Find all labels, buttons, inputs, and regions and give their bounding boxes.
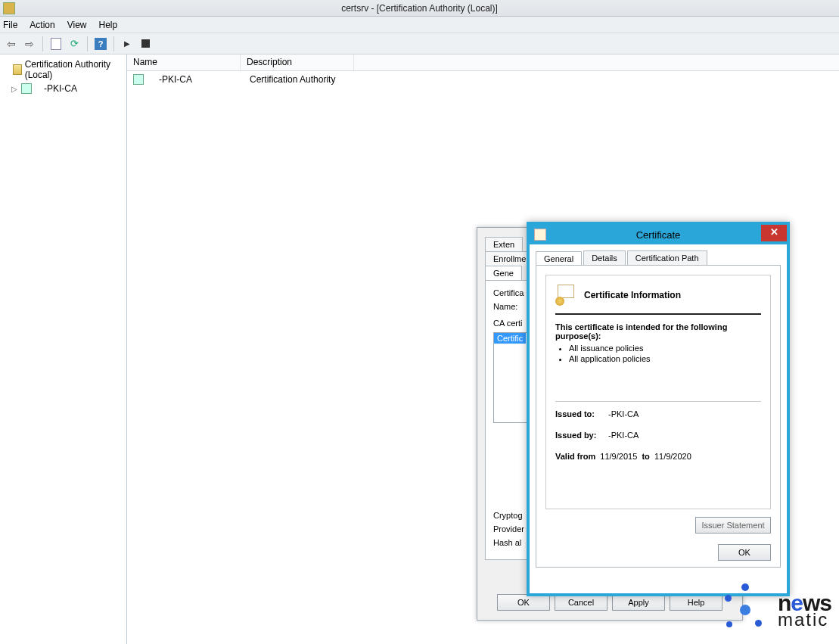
tab-certification-path[interactable]: Certification Path (627, 250, 707, 265)
help-button[interactable]: Help (670, 594, 722, 611)
tab-extensions[interactable]: Exten (485, 237, 523, 251)
certificate-tabs: General Details Certification Path (530, 244, 787, 265)
cell-name: -PKI-CA (150, 74, 250, 85)
start-service-button[interactable] (119, 36, 135, 52)
tab-general[interactable]: General (536, 251, 582, 266)
purpose-list: All issuance policies All application po… (555, 344, 761, 363)
certificate-heading-text: Certificate Information (584, 290, 681, 300)
purpose-heading: This certificate is intended for the fol… (555, 322, 761, 341)
refresh-button[interactable] (66, 36, 82, 52)
tree-child-label: -PKI-CA (44, 83, 77, 94)
issued-to-label: Issued to: (555, 409, 608, 418)
issuer-statement-button[interactable]: Issuer Statement (695, 517, 771, 534)
forward-button[interactable] (21, 36, 38, 52)
tab-details[interactable]: Details (583, 250, 626, 265)
tree-pane[interactable]: Certification Authority (Local) ▷ -PKI-C… (0, 54, 127, 644)
valid-to-value: 11/9/2020 (654, 452, 691, 461)
certificate-dialog[interactable]: Certificate ✕ General Details Certificat… (527, 222, 790, 596)
toolbar-separator (87, 36, 88, 51)
toolbar-separator (113, 36, 114, 51)
tree-root-label: Certification Authority (Local) (25, 59, 123, 80)
issued-by-row: Issued by: -PKI-CA (555, 431, 761, 440)
menu-action[interactable]: Action (30, 20, 54, 30)
certificate-ribbon-icon (555, 285, 576, 306)
purpose-item: All issuance policies (569, 344, 761, 353)
cancel-button[interactable]: Cancel (555, 594, 607, 611)
column-name[interactable]: Name (127, 54, 241, 70)
menu-view[interactable]: View (67, 20, 87, 30)
certificate-body: Certificate Information This certificate… (536, 265, 781, 568)
listbox-selected-item[interactable]: Certific (494, 333, 526, 344)
certificate-info-panel: Certificate Information This certificate… (545, 275, 771, 509)
window-title-bar: certsrv - [Certification Authority (Loca… (0, 0, 839, 17)
apply-button[interactable]: Apply (612, 594, 665, 611)
menu-file[interactable]: File (3, 20, 17, 30)
issued-to-value: -PKI-CA (608, 409, 761, 418)
label-hash: Hash al (493, 538, 524, 547)
menu-help[interactable]: Help (99, 20, 118, 30)
valid-from-value: 11/9/2015 (600, 452, 637, 461)
help-button[interactable]: ? (92, 36, 109, 52)
toolbar: ? (0, 33, 839, 54)
issued-by-value: -PKI-CA (608, 431, 761, 440)
window-title: certsrv - [Certification Authority (Loca… (0, 3, 839, 14)
ca-server-icon (21, 83, 32, 94)
ok-button[interactable]: OK (497, 594, 550, 611)
menu-bar: File Action View Help (0, 17, 839, 33)
issued-to-row: Issued to: -PKI-CA (555, 409, 761, 418)
ca-root-icon (13, 64, 22, 75)
valid-from-label: Valid from (555, 452, 595, 461)
certificate-titlebar[interactable]: Certificate ✕ (530, 225, 787, 244)
tree-child[interactable]: ▷ -PKI-CA (0, 82, 126, 95)
ca-server-icon (133, 74, 144, 85)
valid-to-label: to (642, 452, 649, 461)
expand-icon[interactable]: ▷ (11, 85, 18, 93)
properties-button-row: OK Cancel Apply Help (477, 594, 742, 611)
certificate-title: Certificate (530, 229, 787, 241)
app-icon (3, 2, 15, 14)
label-crypto: Cryptog (493, 511, 524, 520)
ok-button[interactable]: OK (718, 544, 771, 561)
cell-description: Certification Authority (250, 74, 335, 85)
toolbar-separator (42, 36, 43, 51)
list-header: Name Description (127, 54, 839, 71)
validity-row: Valid from 11/9/2015 to 11/9/2020 (555, 452, 761, 461)
certificate-heading: Certificate Information (555, 285, 761, 315)
issued-by-label: Issued by: (555, 431, 608, 440)
stop-service-button[interactable] (137, 36, 154, 52)
column-description[interactable]: Description (241, 54, 354, 70)
purpose-item: All application policies (569, 354, 761, 363)
back-button[interactable] (3, 36, 20, 52)
tree-root[interactable]: Certification Authority (Local) (0, 58, 126, 82)
separator (555, 401, 761, 402)
list-row[interactable]: -PKI-CA Certification Authority (127, 71, 839, 88)
close-button[interactable]: ✕ (761, 225, 787, 241)
label-provider: Provider (493, 524, 524, 534)
tab-general[interactable]: Gene (485, 266, 522, 280)
properties-button[interactable] (48, 36, 64, 52)
